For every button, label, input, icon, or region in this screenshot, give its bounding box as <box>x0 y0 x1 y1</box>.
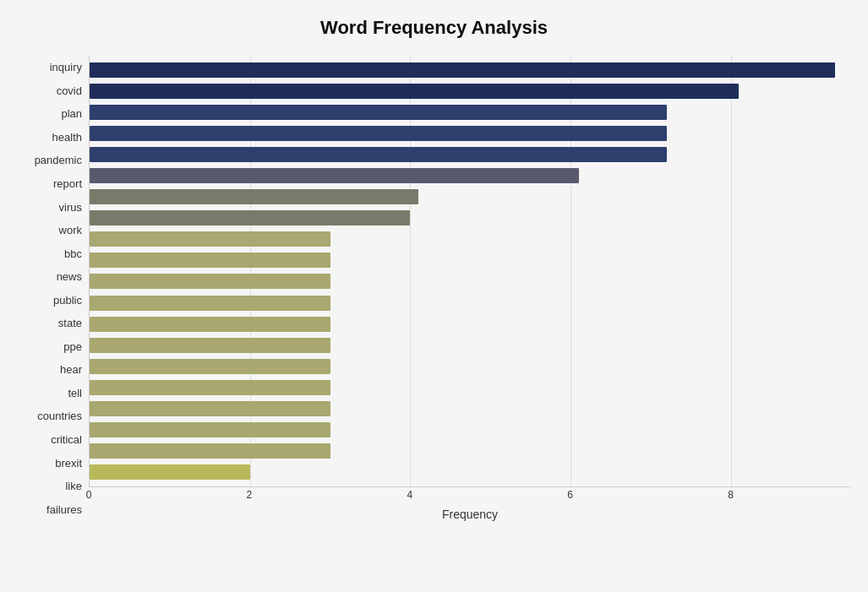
x-axis-label: Frequency <box>89 502 851 521</box>
bar-row-plan <box>90 103 851 122</box>
bar-row-news <box>90 251 851 269</box>
bar-tell <box>90 359 330 374</box>
bar-bbc <box>90 231 330 247</box>
bar-like <box>90 443 330 459</box>
x-tick-6: 6 <box>567 489 573 501</box>
bar-state <box>90 296 330 311</box>
bar-ppe <box>90 317 330 332</box>
y-label-tell: tell <box>68 382 82 405</box>
x-tick-2: 2 <box>247 489 253 501</box>
y-label-hear: hear <box>60 358 82 382</box>
bar-critical <box>90 401 330 416</box>
y-label-like: like <box>65 475 82 498</box>
bar-row-failures <box>90 463 851 481</box>
y-label-ppe: ppe <box>63 335 82 359</box>
bar-virus <box>90 189 418 204</box>
bar-row-covid <box>90 82 851 100</box>
bar-health <box>90 126 667 141</box>
x-tick-0: 0 <box>86 489 92 501</box>
bar-row-health <box>90 124 851 143</box>
y-label-pandemic: pandemic <box>35 149 82 172</box>
y-label-inquiry: inquiry <box>50 56 82 79</box>
bar-row-work <box>90 209 851 227</box>
y-label-virus: virus <box>59 195 82 219</box>
y-label-state: state <box>58 312 82 335</box>
x-ticks-wrapper: 02468 <box>89 487 851 502</box>
chart-area: inquirycovidplanhealthpandemicreportviru… <box>17 56 851 521</box>
y-label-public: public <box>53 288 82 312</box>
y-axis: inquirycovidplanhealthpandemicreportviru… <box>17 56 89 521</box>
y-label-countries: countries <box>37 405 82 428</box>
bar-row-virus <box>90 187 851 206</box>
x-tick-8: 8 <box>728 489 734 501</box>
bar-row-tell <box>90 357 851 376</box>
y-label-failures: failures <box>46 497 82 521</box>
bar-row-critical <box>90 399 851 418</box>
y-label-health: health <box>52 126 82 149</box>
bar-hear <box>90 338 330 353</box>
y-label-work: work <box>59 219 82 242</box>
y-label-covid: covid <box>57 79 82 103</box>
bar-row-ppe <box>90 315 851 334</box>
bar-row-hear <box>90 336 851 355</box>
bar-row-public <box>90 272 851 291</box>
bars-area <box>89 56 851 487</box>
y-label-news: news <box>57 265 82 289</box>
bars-and-x: 02468 Frequency <box>89 56 851 521</box>
bar-plan <box>90 105 667 120</box>
bar-row-state <box>90 294 851 312</box>
y-label-plan: plan <box>61 102 82 126</box>
bar-row-bbc <box>90 230 851 248</box>
bar-public <box>90 274 330 289</box>
y-label-brexit: brexit <box>55 451 82 475</box>
bar-pandemic <box>90 147 667 162</box>
bar-inquiry <box>90 62 835 78</box>
bar-row-countries <box>90 378 851 397</box>
bar-brexit <box>90 422 330 437</box>
bar-covid <box>90 84 739 99</box>
y-label-bbc: bbc <box>64 242 82 265</box>
bar-row-pandemic <box>90 145 851 164</box>
chart-title: Word Frequency Analysis <box>17 8 851 56</box>
chart-container: Word Frequency Analysis inquirycovidplan… <box>0 0 868 592</box>
bar-news <box>90 253 330 268</box>
y-label-critical: critical <box>51 428 82 452</box>
bar-report <box>90 168 579 183</box>
bar-row-like <box>90 442 851 460</box>
bar-work <box>90 210 410 225</box>
bar-failures <box>90 464 250 480</box>
bar-row-inquiry <box>90 61 851 79</box>
bar-row-brexit <box>90 421 851 439</box>
bars-inner <box>90 56 851 486</box>
bar-row-report <box>90 166 851 185</box>
bar-countries <box>90 380 330 395</box>
y-label-report: report <box>53 172 82 196</box>
x-tick-4: 4 <box>407 489 412 501</box>
x-axis: 02468 Frequency <box>89 487 851 521</box>
